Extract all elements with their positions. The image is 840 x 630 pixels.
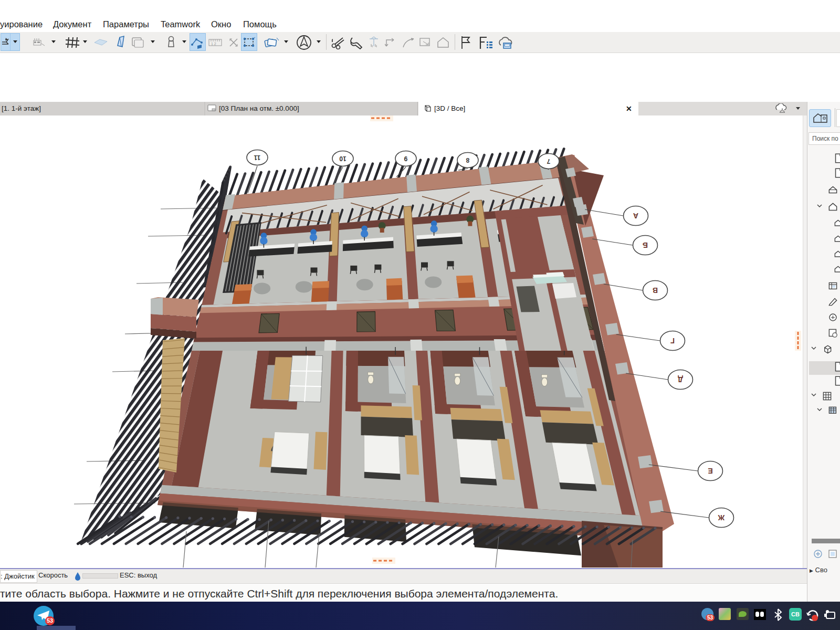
svg-text:Е: Е: [708, 467, 712, 475]
svg-text:8: 8: [466, 156, 469, 164]
svg-text:11: 11: [254, 154, 260, 161]
svg-text:Ж: Ж: [718, 513, 725, 522]
svg-text:Д: Д: [678, 375, 683, 384]
svg-text:Б: Б: [643, 241, 648, 249]
svg-text:7: 7: [547, 158, 550, 165]
svg-text:Г: Г: [670, 337, 675, 345]
svg-text:В: В: [653, 286, 658, 295]
svg-text:10: 10: [339, 155, 346, 162]
svg-text:9: 9: [404, 155, 407, 162]
svg-text:1 2: 1 2: [211, 42, 216, 46]
svg-text:А: А: [633, 212, 638, 220]
